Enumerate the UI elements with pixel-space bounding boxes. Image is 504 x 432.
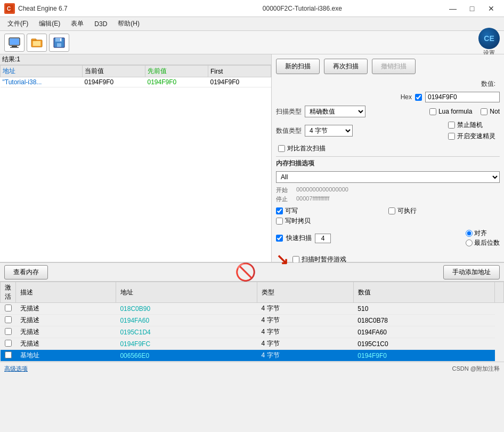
row-active-checkbox[interactable] bbox=[5, 316, 12, 323]
title-bar: C Cheat Engine 6.7 00000F2C-Tutorial-i38… bbox=[0, 0, 504, 17]
last-bit-radio-item: 最后位数 bbox=[466, 238, 500, 247]
executable-row: 可执行 bbox=[388, 206, 500, 215]
row-desc: 无描述 bbox=[16, 338, 116, 350]
result-addr: "Tutorial-i38... bbox=[1, 77, 83, 87]
col-addr: 地址 bbox=[1, 66, 83, 77]
align-label: 对齐 bbox=[474, 229, 487, 238]
value-section-label: 数值: bbox=[481, 79, 495, 89]
cancel-scan-button[interactable]: 撤销扫描 bbox=[372, 59, 416, 74]
maximize-button[interactable]: □ bbox=[464, 2, 481, 15]
row-value: 0194FA60 bbox=[353, 326, 494, 338]
csdn-label: CSDN @附加注释 bbox=[452, 365, 500, 373]
copy-on-write-label: 写时拷贝 bbox=[285, 217, 311, 226]
middle-area: 结果:1 地址 当前值 先前值 First "Tutorial-i38... bbox=[0, 54, 504, 262]
align-radio[interactable] bbox=[466, 230, 473, 237]
row-addr: 0194F9FC bbox=[116, 338, 257, 350]
value-type-select[interactable]: 4 字节 2 字节 1 字节 8 字节 浮点数 双精度浮点 所有 bbox=[305, 125, 353, 137]
add-address-button[interactable]: 手动添加地址 bbox=[443, 265, 500, 279]
address-table-area: 激活 描述 地址 类型 数值 无描述018C0B904 字节510无描述0194… bbox=[0, 282, 504, 362]
col-type: 类型 bbox=[257, 282, 354, 303]
row-active-checkbox[interactable] bbox=[5, 305, 12, 311]
svg-rect-11 bbox=[57, 43, 61, 47]
open-button[interactable] bbox=[27, 34, 47, 52]
fast-scan-row: 快速扫描 对齐 最后位数 bbox=[276, 229, 500, 247]
address-table-row[interactable]: 无描述018C0B904 字节510 bbox=[1, 303, 504, 315]
window-controls: — □ ✕ bbox=[444, 2, 500, 15]
toolbar-right: CE 设置 bbox=[478, 28, 500, 57]
copy-on-write-checkbox[interactable] bbox=[276, 218, 283, 225]
save-button[interactable] bbox=[49, 34, 69, 52]
fast-scan-label: 快速扫描 bbox=[286, 234, 312, 243]
no-random-checkbox[interactable] bbox=[448, 122, 455, 129]
toolbar-left bbox=[4, 34, 69, 52]
row-desc: 基地址 bbox=[16, 350, 116, 362]
col-first: First bbox=[208, 66, 271, 77]
lua-formula-checkbox[interactable] bbox=[429, 108, 436, 115]
hex-checkbox[interactable] bbox=[415, 94, 422, 101]
advanced-options-label[interactable]: 高级选项 bbox=[4, 365, 28, 373]
row-desc: 无描述 bbox=[16, 326, 116, 338]
last-bit-radio[interactable] bbox=[466, 239, 473, 246]
executable-label: 可执行 bbox=[397, 206, 417, 215]
app-logo: C bbox=[4, 3, 15, 14]
row-value: 510 bbox=[353, 303, 494, 315]
result-row[interactable]: "Tutorial-i38... 0194F9F0 0194F9F0 0194F… bbox=[1, 77, 271, 87]
address-table-row[interactable]: 无描述0194F9FC4 字节0195C1C0 bbox=[1, 338, 504, 350]
close-button[interactable]: ✕ bbox=[483, 2, 500, 15]
options-grid: 可写 可执行 写时拷贝 bbox=[276, 206, 500, 226]
menu-file[interactable]: 文件(F) bbox=[2, 18, 34, 29]
fast-scan-checkbox[interactable] bbox=[276, 235, 283, 242]
file-title: 00000F2C-Tutorial-i386.exe bbox=[160, 5, 444, 12]
menu-d3d[interactable]: D3D bbox=[89, 19, 112, 29]
start-label: 开始 bbox=[276, 186, 292, 194]
right-panel: 新的扫描 再次扫描 撤销扫描 数值: Hex 扫描类型 精确数值 bbox=[272, 54, 504, 262]
hex-label: Hex bbox=[401, 93, 412, 101]
row-active-checkbox[interactable] bbox=[5, 340, 12, 347]
col-prev: 先前值 bbox=[145, 66, 208, 77]
row-type: 4 字节 bbox=[257, 326, 354, 338]
scan-type-select[interactable]: 精确数值 比之前增加的值 比之前减少的值 改变的数值 未改变的值 bbox=[305, 106, 365, 117]
address-table-row[interactable]: 基地址006566E04 字节0194F9F0 bbox=[1, 350, 504, 362]
address-table-row[interactable]: 无描述0195C1D44 字节0194FA60 bbox=[1, 326, 504, 338]
no-random-row: 禁止随机 bbox=[448, 121, 495, 130]
settings-container[interactable]: CE 设置 bbox=[478, 28, 500, 57]
not-checkbox[interactable] bbox=[481, 108, 487, 115]
svg-text:C: C bbox=[7, 6, 11, 12]
result-prev: 0194F9F0 bbox=[145, 77, 208, 87]
row-active-checkbox[interactable] bbox=[5, 328, 12, 335]
address-table-row[interactable]: 无描述0194FA604 字节018C0B78 bbox=[1, 315, 504, 326]
compare-first-checkbox[interactable] bbox=[278, 145, 285, 152]
left-panel: 结果:1 地址 当前值 先前值 First "Tutorial-i38... bbox=[0, 54, 272, 262]
address-table: 激活 描述 地址 类型 数值 无描述018C0B904 字节510无描述0194… bbox=[0, 282, 504, 362]
menu-table[interactable]: 表单 bbox=[66, 18, 89, 29]
value-input[interactable] bbox=[425, 92, 500, 102]
fast-scan-number[interactable] bbox=[315, 234, 331, 243]
speed-wizard-label: 开启变速精灵 bbox=[457, 132, 495, 141]
not-row: Not bbox=[481, 108, 500, 115]
row-type: 4 字节 bbox=[257, 303, 354, 315]
speed-wizard-checkbox[interactable] bbox=[448, 133, 455, 140]
row-active-checkbox[interactable] bbox=[5, 351, 12, 358]
alignment-group: 对齐 最后位数 bbox=[466, 229, 500, 247]
writable-checkbox[interactable] bbox=[276, 207, 283, 214]
row-addr: 0194FA60 bbox=[116, 315, 257, 326]
computer-button[interactable] bbox=[4, 34, 25, 52]
app-window: C Cheat Engine 6.7 00000F2C-Tutorial-i38… bbox=[0, 0, 504, 432]
range-row: 开始 0000000000000000 停止 00007fffffffffff bbox=[276, 186, 500, 203]
rescan-button[interactable]: 再次扫描 bbox=[324, 59, 368, 74]
minimize-button[interactable]: — bbox=[444, 2, 461, 15]
lua-formula-row: Lua formula bbox=[429, 108, 472, 115]
new-scan-button[interactable]: 新的扫描 bbox=[276, 59, 320, 74]
memory-option-select[interactable]: All Writable Executable bbox=[276, 171, 500, 183]
results-count: 结果:1 bbox=[0, 54, 271, 65]
row-addr: 018C0B90 bbox=[116, 303, 257, 315]
executable-checkbox[interactable] bbox=[388, 207, 395, 214]
bottom-action-bar: 查看内存 🚫 手动添加地址 bbox=[0, 262, 504, 282]
menu-help[interactable]: 帮助(H) bbox=[112, 18, 145, 29]
col-active: 激活 bbox=[1, 282, 16, 303]
menu-edit[interactable]: 编辑(E) bbox=[34, 18, 66, 29]
memory-scan-label: 内存扫描选项 bbox=[276, 156, 500, 168]
view-memory-button[interactable]: 查看内存 bbox=[4, 265, 48, 279]
svg-rect-12 bbox=[60, 38, 61, 41]
last-bit-label: 最后位数 bbox=[474, 238, 500, 247]
